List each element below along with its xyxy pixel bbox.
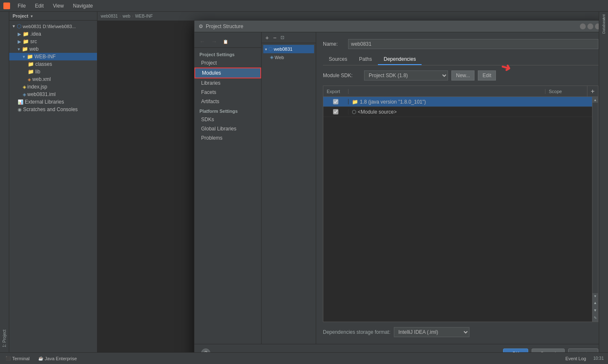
breadcrumb: web0831 › web › WEB-INF — [97, 12, 599, 21]
menu-bar: File Edit View Navigate — [0, 0, 608, 12]
left-panel: Project ▾ ▾ ⬡ web0831 D:\file\web083... … — [9, 12, 97, 352]
deps-checkbox-jdk[interactable] — [333, 99, 338, 104]
project-tree: ▾ ⬡ web0831 D:\file\web083... ▶ 📁 .idea … — [9, 21, 97, 352]
move-up-btn[interactable]: ▲ — [592, 299, 598, 307]
cancel-btn[interactable]: Cancel — [532, 348, 565, 352]
dialog-controls — [580, 23, 599, 29]
deps-row-jdk[interactable]: 📁 1.8 (java version "1.8.0_101") — [323, 97, 592, 107]
nav-back-btn[interactable]: ← — [198, 37, 207, 46]
dialog-close-btn[interactable] — [595, 23, 599, 29]
tree-item-web[interactable]: ▾ 📁 web — [9, 45, 97, 53]
module-remove-btn[interactable]: − — [272, 34, 278, 42]
tree-item-webxml[interactable]: ◈ web.xml — [9, 75, 97, 83]
module-tree-panel: + − ⊡ ▾ ⬡ web0831 — [262, 32, 316, 344]
menu-edit[interactable]: Edit — [33, 2, 45, 10]
sdk-new-btn[interactable]: New... — [451, 70, 474, 81]
java-enterprise-tab[interactable]: ☕ Java Enterprise — [34, 354, 81, 363]
tree-item-root[interactable]: ▾ ⬡ web0831 D:\file\web083... — [9, 22, 97, 30]
tree-item-indexjsp[interactable]: ◈ index.jsp — [9, 83, 97, 91]
iml-icon: ◈ — [23, 92, 26, 97]
module-tree-web[interactable]: ◈ Web — [263, 53, 314, 61]
dialog-title-bar: ⚙ Project Structure — [194, 21, 599, 32]
dialog-title-text: Project Structure — [206, 23, 243, 29]
scrollbar-up-btn[interactable]: ▲ — [592, 97, 598, 103]
ide-window: File Edit View Navigate 1: Project Proje… — [0, 0, 608, 364]
tree-item-iml[interactable]: ◈ web0831.iml — [9, 91, 97, 98]
help-btn[interactable]: ? — [201, 348, 210, 352]
move-down-btn[interactable]: ▼ — [592, 307, 598, 314]
tree-item-src-label: src — [30, 39, 37, 44]
nav-item-libraries[interactable]: Libraries — [194, 78, 261, 88]
module-tree-root[interactable]: ▾ ⬡ web0831 — [263, 45, 314, 53]
panel-dropdown-icon[interactable]: ▾ — [31, 14, 33, 18]
tab-sources[interactable]: Sources — [323, 54, 353, 65]
menu-view[interactable]: View — [51, 2, 66, 10]
name-input[interactable] — [348, 39, 598, 49]
tree-item-classes[interactable]: 📁 classes — [9, 60, 97, 68]
name-row: Name: — [323, 39, 598, 49]
storage-format-select[interactable]: IntelliJ IDEA (.iml) — [394, 327, 469, 337]
dialog-maximize-btn[interactable] — [587, 23, 593, 29]
terminal-label: Terminal — [12, 356, 30, 361]
deps-name-jdk: 📁 1.8 (java version "1.8.0_101") — [349, 99, 550, 105]
nav-forward-btn[interactable]: → — [210, 37, 219, 46]
menu-file[interactable]: File — [16, 2, 27, 10]
tree-item-root-collapse-icon: ▾ — [13, 23, 15, 29]
dialog-minimize-btn[interactable] — [580, 23, 586, 29]
deps-checkbox-module-source[interactable] — [333, 109, 338, 114]
nav-item-problems[interactable]: Problems — [194, 133, 261, 143]
tree-item-webinf-label: WEB-INF — [34, 54, 56, 60]
module-add-btn[interactable]: + — [264, 34, 270, 42]
folder-icon-classes: 📁 — [28, 61, 34, 67]
storage-format-row: Dependencies storage format: IntelliJ ID… — [323, 327, 598, 337]
nav-item-facets[interactable]: Facets — [194, 88, 261, 97]
module-source-icon: ⬡ — [352, 109, 356, 115]
terminal-tab[interactable]: ⬛ Terminal — [2, 354, 34, 363]
bottom-strip: ⬛ Terminal ☕ Java Enterprise Event Log 1… — [0, 352, 608, 364]
tree-item-extlibs[interactable]: 📊 External Libraries — [9, 98, 97, 106]
sdk-edit-btn[interactable]: Edit — [478, 70, 496, 81]
edit-btn[interactable]: ✎ — [592, 314, 598, 322]
java-enterprise-label: Java Enterprise — [45, 356, 77, 361]
tab-paths[interactable]: Paths — [353, 54, 378, 65]
js-icon-indexjsp: ◈ — [23, 84, 26, 90]
tree-item-webinf[interactable]: ▾ 📁 WEB-INF — [9, 53, 97, 60]
project-tab-label[interactable]: 1: Project — [2, 330, 7, 347]
nav-item-sdks[interactable]: SDKs — [194, 115, 261, 124]
scrollbar-down-btn[interactable]: ▼ — [592, 293, 598, 299]
folder-icon-webinf: ▾ — [23, 54, 25, 60]
storage-format-label: Dependencies storage format: — [323, 329, 390, 335]
nav-history-btn[interactable]: 📋 — [221, 39, 230, 45]
deps-table-body-wrapper: 📁 1.8 (java version "1.8.0_101") — [323, 97, 598, 322]
folder-icon-idea-img: 📁 — [23, 31, 29, 37]
tree-item-idea[interactable]: ▶ 📁 .idea — [9, 30, 97, 38]
event-log-tab[interactable]: Event Log — [561, 354, 590, 363]
deps-row-module-source[interactable]: ⬡ <Module source> — [323, 107, 592, 117]
event-log-label: Event Log — [565, 356, 586, 361]
tree-item-lib[interactable]: 📁 lib — [9, 68, 97, 75]
nav-item-artifacts[interactable]: Artifacts — [194, 97, 261, 106]
dialog-title: ⚙ Project Structure — [199, 23, 243, 29]
nav-item-modules[interactable]: Modules — [194, 68, 261, 78]
tree-item-src[interactable]: ▶ 📁 src — [9, 38, 97, 45]
deps-add-btn[interactable]: + — [587, 86, 598, 97]
left-strip: 1: Project — [0, 12, 9, 352]
apply-btn[interactable]: Apply — [568, 348, 598, 352]
module-copy-btn[interactable]: ⊡ — [279, 34, 286, 41]
breadcrumb-sep2: › — [132, 14, 133, 18]
tab-dependencies[interactable]: Dependencies — [378, 54, 422, 65]
ok-btn[interactable]: OK — [503, 348, 528, 352]
module-tree-root-label: web0831 — [274, 47, 293, 52]
menu-navigate[interactable]: Navigate — [71, 2, 94, 10]
project-structure-dialog: ⚙ Project Structure ← → — [194, 20, 599, 352]
platform-settings-section-title: Platform Settings — [194, 106, 261, 115]
sdk-select[interactable]: Project SDK (1.8) — [364, 70, 448, 81]
nav-item-project[interactable]: Project — [194, 58, 261, 68]
panel-title: Project — [13, 13, 28, 18]
database-btn[interactable]: Database — [600, 22, 608, 29]
project-settings-section-title: Project Settings — [194, 49, 261, 58]
nav-item-global-libraries[interactable]: Global Libraries — [194, 124, 261, 133]
dialog-sidebar: ← → 📋 Project Settings Project Modules L… — [194, 32, 262, 344]
deps-col-scope-header: Scope — [545, 89, 587, 94]
tree-item-scratches[interactable]: ◉ Scratches and Consoles — [9, 106, 97, 113]
